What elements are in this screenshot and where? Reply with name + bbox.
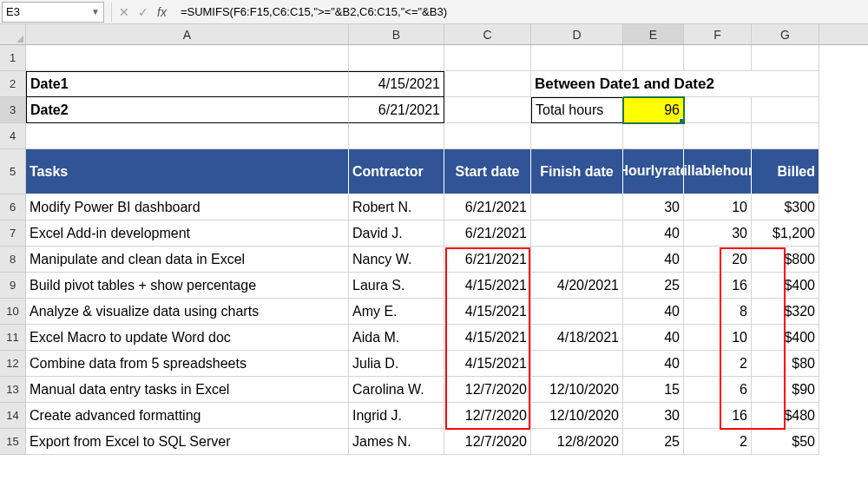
cell-task[interactable]: Modify Power BI dashboard: [26, 194, 349, 220]
total-hours-label[interactable]: Total hours: [531, 97, 623, 123]
cell-task[interactable]: Build pivot tables + show percentage: [26, 273, 349, 299]
cell-start[interactable]: 12/7/2020: [444, 377, 531, 403]
cell-billed[interactable]: $400: [752, 273, 819, 299]
cell[interactable]: [752, 45, 819, 71]
cell-billed[interactable]: $320: [752, 299, 819, 325]
cell-start[interactable]: 12/7/2020: [444, 429, 531, 455]
cell-task[interactable]: Analyze & visualize data using charts: [26, 299, 349, 325]
cell[interactable]: [752, 97, 819, 123]
cell-finish[interactable]: 4/18/2021: [531, 325, 623, 351]
cell[interactable]: [444, 71, 531, 97]
between-label[interactable]: Between Date1 and Date2: [531, 71, 623, 97]
row-header[interactable]: 2: [0, 71, 26, 97]
cell-billed[interactable]: $50: [752, 429, 819, 455]
cell-finish[interactable]: 12/10/2020: [531, 377, 623, 403]
cell-contractor[interactable]: Amy E.: [349, 299, 444, 325]
name-box[interactable]: E3 ▼: [2, 2, 104, 23]
cell[interactable]: [752, 71, 819, 97]
total-hours-value[interactable]: 96: [623, 97, 684, 123]
cell-task[interactable]: Excel Add-in development: [26, 220, 349, 247]
cell-contractor[interactable]: James N.: [349, 429, 444, 455]
cell-start[interactable]: 6/21/2021: [444, 247, 531, 273]
cell-task[interactable]: Export from Excel to SQL Server: [26, 429, 349, 455]
cell-task[interactable]: Create advanced formatting: [26, 403, 349, 429]
col-header-E[interactable]: E: [623, 24, 684, 44]
cell[interactable]: [26, 45, 349, 71]
cell-billed[interactable]: $90: [752, 377, 819, 403]
fx-icon[interactable]: fx: [157, 5, 167, 19]
select-all-corner[interactable]: [0, 24, 26, 45]
cell-hours[interactable]: 30: [684, 220, 752, 247]
cell[interactable]: [349, 123, 444, 149]
row-header[interactable]: 11: [0, 325, 26, 351]
col-header-D[interactable]: D: [531, 24, 623, 44]
chevron-down-icon[interactable]: ▼: [91, 7, 100, 16]
th-billable[interactable]: Billablehours: [684, 149, 752, 194]
cell-rate[interactable]: 25: [623, 273, 684, 299]
cell[interactable]: [684, 123, 752, 149]
cell-hours[interactable]: 20: [684, 247, 752, 273]
date2-value[interactable]: 6/21/2021: [349, 97, 444, 123]
cell-contractor[interactable]: Ingrid J.: [349, 403, 444, 429]
cell-hours[interactable]: 2: [684, 429, 752, 455]
cell-hours[interactable]: 10: [684, 325, 752, 351]
row-header[interactable]: 7: [0, 220, 26, 247]
th-contractor[interactable]: Contractor: [349, 149, 444, 194]
cell-billed[interactable]: $80: [752, 351, 819, 377]
th-tasks[interactable]: Tasks: [26, 149, 349, 194]
row-header[interactable]: 5: [0, 149, 26, 194]
cell-billed[interactable]: $800: [752, 247, 819, 273]
col-header-A[interactable]: A: [26, 24, 349, 44]
row-header[interactable]: 10: [0, 299, 26, 325]
cell-task[interactable]: Manipulate and clean data in Excel: [26, 247, 349, 273]
cell-finish[interactable]: 4/20/2021: [531, 273, 623, 299]
cell[interactable]: [752, 123, 819, 149]
cell-task[interactable]: Combine data from 5 spreadsheets: [26, 351, 349, 377]
th-billed[interactable]: Billed: [752, 149, 819, 194]
cell[interactable]: [26, 123, 349, 149]
row-header[interactable]: 1: [0, 45, 26, 71]
col-header-B[interactable]: B: [349, 24, 444, 44]
cell-rate[interactable]: 15: [623, 377, 684, 403]
row-header[interactable]: 13: [0, 377, 26, 403]
cell-start[interactable]: 4/15/2021: [444, 325, 531, 351]
row-header[interactable]: 6: [0, 194, 26, 220]
cell-billed[interactable]: $300: [752, 194, 819, 220]
cell-contractor[interactable]: Laura S.: [349, 273, 444, 299]
cell-rate[interactable]: 40: [623, 247, 684, 273]
date2-label[interactable]: Date2: [26, 97, 349, 123]
cell-contractor[interactable]: Robert N.: [349, 194, 444, 220]
th-start[interactable]: Start date: [444, 149, 531, 194]
date1-label[interactable]: Date1: [26, 71, 349, 97]
cell-start[interactable]: 4/15/2021: [444, 299, 531, 325]
cell-billed[interactable]: $480: [752, 403, 819, 429]
cell[interactable]: [623, 45, 684, 71]
cell-rate[interactable]: 40: [623, 351, 684, 377]
cell-finish[interactable]: [531, 194, 623, 220]
cell-contractor[interactable]: Nancy W.: [349, 247, 444, 273]
cell-contractor[interactable]: Julia D.: [349, 351, 444, 377]
cell[interactable]: [531, 123, 623, 149]
check-icon[interactable]: ✓: [138, 5, 148, 19]
row-header[interactable]: 12: [0, 351, 26, 377]
cell-billed[interactable]: $400: [752, 325, 819, 351]
cell-rate[interactable]: 40: [623, 299, 684, 325]
row-header[interactable]: 3: [0, 97, 26, 123]
cell-contractor[interactable]: Aida M.: [349, 325, 444, 351]
th-hourly[interactable]: Hourlyrate: [623, 149, 684, 194]
cell-finish[interactable]: [531, 299, 623, 325]
row-header[interactable]: 15: [0, 429, 26, 455]
th-finish[interactable]: Finish date: [531, 149, 623, 194]
cell-rate[interactable]: 25: [623, 429, 684, 455]
cell-start[interactable]: 4/15/2021: [444, 351, 531, 377]
col-header-C[interactable]: C: [444, 24, 531, 44]
cell-rate[interactable]: 40: [623, 325, 684, 351]
formula-input[interactable]: =SUMIFS(F6:F15,C6:C15,">="&B2,C6:C15,"<=…: [174, 5, 868, 18]
row-header[interactable]: 9: [0, 273, 26, 299]
cell-hours[interactable]: 2: [684, 351, 752, 377]
cell-hours[interactable]: 8: [684, 299, 752, 325]
cell-start[interactable]: 6/21/2021: [444, 220, 531, 247]
cell-billed[interactable]: $1,200: [752, 220, 819, 247]
col-header-F[interactable]: F: [684, 24, 752, 44]
cell[interactable]: [684, 97, 752, 123]
